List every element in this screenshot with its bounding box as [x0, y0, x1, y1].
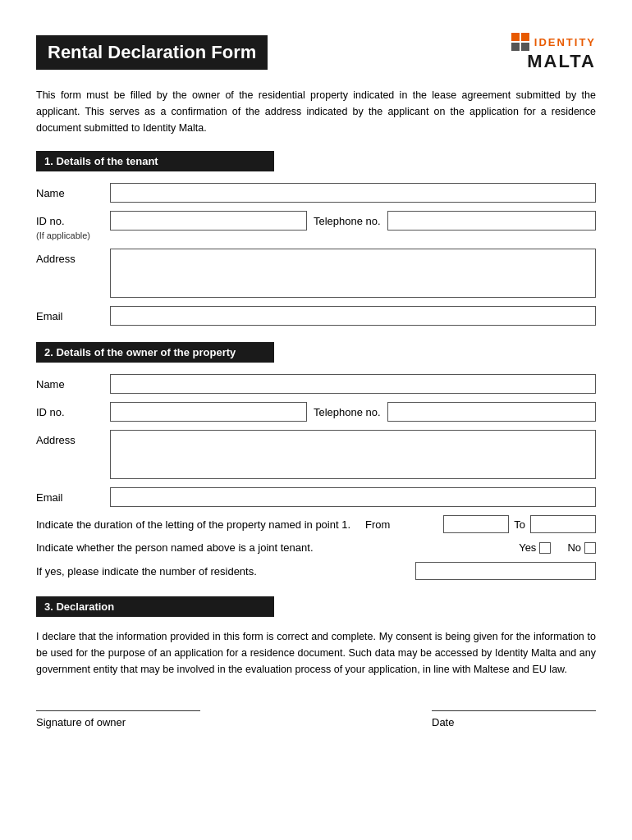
date-block: Date	[432, 710, 596, 728]
tenant-id-label: ID no.	[36, 211, 110, 227]
intro-text: This form must be filled by the owner of…	[36, 87, 596, 136]
tenant-name-row: Name	[36, 183, 596, 203]
duration-row: Indicate the duration of the letting of …	[36, 515, 596, 533]
logo-identity-text: IDENTITY	[534, 36, 596, 48]
section3-header: 3. Declaration	[36, 596, 274, 617]
owner-telephone-label: Telephone no.	[314, 406, 381, 418]
logo-identity: IDENTITY	[511, 33, 596, 51]
joint-tenant-label: Indicate whether the person named above …	[36, 541, 519, 554]
tenant-name-input[interactable]	[110, 183, 596, 203]
yes-label: Yes	[519, 541, 536, 554]
owner-name-row: Name	[36, 374, 596, 394]
tenant-id-note: (If applicable)	[36, 231, 110, 244]
owner-name-label: Name	[36, 374, 110, 390]
section-declaration: 3. Declaration I declare that the inform…	[36, 596, 596, 678]
duration-label: Indicate the duration of the letting of …	[36, 518, 443, 531]
owner-address-label: Address	[36, 430, 110, 446]
tenant-address-label: Address	[36, 249, 110, 265]
logo-squares	[511, 33, 529, 51]
section1-header: 1. Details of the tenant	[36, 151, 274, 171]
tenant-telephone-label: Telephone no.	[314, 215, 381, 227]
tenant-email-label: Email	[36, 306, 110, 322]
tenant-id-input[interactable]	[110, 211, 307, 231]
tenant-address-row: Address	[36, 249, 596, 298]
signature-section: Signature of owner Date	[36, 710, 596, 728]
owner-email-input[interactable]	[110, 487, 596, 507]
page-header: Rental Declaration Form IDENTITY MALTA	[36, 33, 596, 72]
residents-input[interactable]	[415, 562, 596, 580]
tenant-telephone-input[interactable]	[387, 211, 596, 231]
owner-email-row: Email	[36, 487, 596, 507]
tenant-id-row: ID no. Telephone no.	[36, 211, 596, 231]
owner-telephone-input[interactable]	[387, 402, 596, 422]
section-owner: 2. Details of the owner of the property …	[36, 342, 596, 580]
owner-name-input[interactable]	[110, 374, 596, 394]
owner-id-label: ID no.	[36, 402, 110, 418]
logo-area: IDENTITY MALTA	[511, 33, 596, 72]
section-tenant: 1. Details of the tenant Name ID no. Tel…	[36, 151, 596, 326]
owner-address-input[interactable]	[110, 430, 596, 479]
tenant-id-group: Telephone no.	[110, 211, 596, 231]
tenant-address-input[interactable]	[110, 249, 596, 298]
owner-id-input[interactable]	[110, 402, 307, 422]
form-title: Rental Declaration Form	[36, 35, 268, 70]
joint-tenant-row: Indicate whether the person named above …	[36, 541, 596, 554]
date-line	[432, 710, 596, 711]
owner-id-group: Telephone no.	[110, 402, 596, 422]
duration-to-input[interactable]	[530, 515, 596, 533]
section2-header: 2. Details of the owner of the property	[36, 342, 274, 363]
duration-to-label: To	[514, 518, 525, 531]
owner-signature-label: Signature of owner	[36, 716, 200, 728]
no-label: No	[567, 541, 581, 554]
no-option: No	[567, 541, 596, 554]
logo-malta-text: MALTA	[527, 51, 596, 72]
date-label: Date	[432, 716, 596, 728]
joint-options: Yes No	[519, 541, 596, 554]
owner-address-row: Address	[36, 430, 596, 479]
residents-label: If yes, please indicate the number of re…	[36, 565, 415, 578]
owner-id-row: ID no. Telephone no.	[36, 402, 596, 422]
yes-checkbox[interactable]	[539, 542, 551, 554]
residents-row: If yes, please indicate the number of re…	[36, 562, 596, 580]
declaration-text: I declare that the information provided …	[36, 628, 596, 678]
tenant-id-note-row: (If applicable)	[36, 234, 596, 244]
owner-signature-block: Signature of owner	[36, 710, 200, 728]
no-checkbox[interactable]	[584, 542, 596, 554]
yes-option: Yes	[519, 541, 551, 554]
owner-signature-line	[36, 710, 200, 711]
tenant-email-input[interactable]	[110, 306, 596, 326]
tenant-name-label: Name	[36, 183, 110, 199]
duration-from-input[interactable]	[443, 515, 509, 533]
owner-email-label: Email	[36, 487, 110, 504]
tenant-email-row: Email	[36, 306, 596, 326]
